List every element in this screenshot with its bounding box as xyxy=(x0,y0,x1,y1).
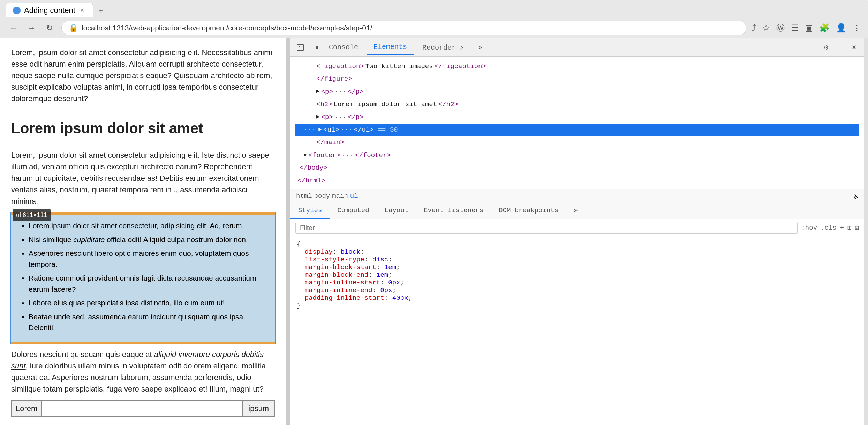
form-button[interactable]: ipsum xyxy=(242,401,274,416)
profile-icon[interactable]: 👤 xyxy=(836,23,846,33)
styles-tab-dom-breakpoints[interactable]: DOM breakpoints xyxy=(491,203,566,219)
more-tabs-icon[interactable]: » xyxy=(474,41,486,54)
list-link-2[interactable]: nesciunt libero xyxy=(66,249,113,257)
dom-html-close: </html> xyxy=(295,174,859,187)
list-item: Beatae unde sed, assumenda earum incidun… xyxy=(29,311,269,333)
page-scrollbar[interactable] xyxy=(286,38,290,425)
styles-panel: Styles Computed Layout Event listeners D… xyxy=(290,203,864,425)
list-link[interactable]: Lorem ipsum dolor sit amet consectetur, … xyxy=(29,222,244,230)
wallets-icon[interactable]: Ⓦ xyxy=(776,22,785,33)
heading: Lorem ipsum dolor sit amet xyxy=(11,117,275,139)
share-icon[interactable]: ⤴ xyxy=(752,23,756,33)
css-prop-margin-block-end[interactable]: margin-block-end: 1em; xyxy=(297,271,858,279)
sidebar-icon[interactable]: ▣ xyxy=(805,23,813,33)
dom-p-1[interactable]: ▶ <p> ··· </p> xyxy=(295,85,859,98)
filter-input[interactable] xyxy=(295,222,798,234)
address-bar: ← → ↻ 🔒 localhost:1313/web-application-d… xyxy=(0,17,868,38)
css-prop-list-style-type[interactable]: list-style-type: disc; xyxy=(297,256,858,263)
dom-footer[interactable]: ▶ <footer> ··· </footer> xyxy=(295,149,859,162)
refresh-button[interactable]: ↻ xyxy=(43,22,56,34)
css-prop-margin-inline-start[interactable]: margin-inline-start: 0px; xyxy=(297,279,858,286)
styles-tab-more[interactable]: » xyxy=(566,203,585,219)
dom-expand-dot: ··· xyxy=(304,125,316,135)
dom-ul-selected[interactable]: ··· ▶ <ul> ··· </ul> == $0 xyxy=(295,124,859,136)
reader-icon[interactable]: ☰ xyxy=(791,23,799,33)
list-item: Asperiores nesciunt libero optio maiores… xyxy=(29,248,269,270)
css-rule-brace-open: { xyxy=(297,240,858,248)
more-options-icon[interactable]: ⋮ xyxy=(834,41,846,54)
tab-bar: Adding content × + xyxy=(0,0,868,17)
element-tooltip: ul 611×111 xyxy=(13,209,51,221)
styles-tab-layout[interactable]: Layout xyxy=(377,203,416,219)
css-rules: { display: block; list-style-type: disc;… xyxy=(290,237,864,313)
form-row: Lorem ipsum xyxy=(11,400,275,417)
active-tab[interactable]: Adding content × xyxy=(6,3,93,17)
back-button[interactable]: ← xyxy=(7,22,20,34)
add-style-rule-icon[interactable]: + xyxy=(840,224,844,232)
browser-window: Adding content × + ← → ↻ 🔒 localhost:131… xyxy=(0,0,868,425)
filter-bar: :hov .cls + ⊞ ⊡ xyxy=(290,219,864,237)
tab-favicon xyxy=(13,7,21,14)
dom-breadcrumb: html body main ul ♿ xyxy=(290,189,864,203)
menu-icon[interactable]: ⋮ xyxy=(853,23,861,33)
filter-pseudoclass[interactable]: :hov xyxy=(801,224,817,232)
svg-rect-2 xyxy=(316,46,318,49)
css-rule-brace-close: } xyxy=(297,302,858,310)
styles-tab-styles[interactable]: Styles xyxy=(290,203,330,219)
forward-button[interactable]: → xyxy=(25,22,38,34)
settings-icon[interactable]: ⚙ xyxy=(820,41,832,54)
dom-p-2[interactable]: ▶ <p> ··· </p> xyxy=(295,111,859,124)
css-prop-margin-inline-end[interactable]: margin-inline-end: 0px; xyxy=(297,286,858,294)
dom-h2[interactable]: <h2>Lorem ipsum dolor sit amet</h2> xyxy=(295,98,859,111)
form-label: Lorem xyxy=(12,401,42,416)
list-item: Nisi similique cupiditate officia odit! … xyxy=(29,234,269,245)
breadcrumb-ul[interactable]: ul xyxy=(350,192,358,200)
devtools-close-button[interactable]: ✕ xyxy=(848,41,860,54)
expand-icon-2[interactable]: ▶ xyxy=(316,113,320,122)
breadcrumb-html[interactable]: html xyxy=(296,192,312,200)
divider-1 xyxy=(11,110,275,110)
form-input[interactable] xyxy=(42,402,242,415)
devtools-tabs: Console Elements Recorder ⚡ » ⚙ ⋮ ✕ xyxy=(290,38,864,57)
select-element-icon[interactable] xyxy=(294,41,307,54)
dom-figure-close: </figure> xyxy=(295,73,859,85)
toggle-props-icon[interactable]: ⊞ xyxy=(847,224,851,232)
tooltip-text: ul 611×111 xyxy=(16,211,47,218)
main-area: Lorem, ipsum dolor sit amet consectetur … xyxy=(0,38,868,425)
svg-rect-0 xyxy=(297,44,303,51)
tab-elements[interactable]: Elements xyxy=(367,40,414,55)
extensions-icon[interactable]: 🧩 xyxy=(819,23,830,33)
tab-title: Adding content xyxy=(24,6,75,15)
italic-text: aliquid inventore corporis debitis sunt xyxy=(11,350,264,370)
tab-recorder[interactable]: Recorder ⚡ xyxy=(415,40,471,54)
svg-rect-1 xyxy=(311,45,316,50)
list-item: Lorem ipsum dolor sit amet consectetur, … xyxy=(29,220,269,231)
styles-tab-event-listeners[interactable]: Event listeners xyxy=(416,203,491,219)
toolbar-icons: ⤴ ☆ Ⓦ ☰ ▣ 🧩 👤 ⋮ xyxy=(752,22,861,33)
paragraph-1: Lorem, ipsum dolor sit amet consectetur … xyxy=(11,47,275,104)
filter-cls[interactable]: .cls xyxy=(821,224,837,232)
paragraph-3: Dolores nesciunt quisquam quis eaque at … xyxy=(11,349,275,395)
tab-close-button[interactable]: × xyxy=(79,7,86,14)
css-prop-margin-block-start[interactable]: margin-block-start: 1em; xyxy=(297,263,858,271)
css-prop-display[interactable]: display: block; xyxy=(297,248,858,256)
tab-console[interactable]: Console xyxy=(322,40,365,54)
css-prop-padding-inline-start[interactable]: padding-inline-start: 40px; xyxy=(297,294,858,302)
accessibility-icon[interactable]: ♿ xyxy=(854,192,858,201)
devtools-scrollbar[interactable] xyxy=(864,38,868,425)
bookmark-icon[interactable]: ☆ xyxy=(762,23,770,33)
expand-ul-icon[interactable]: ▶ xyxy=(318,125,322,134)
computed-icon[interactable]: ⊡ xyxy=(855,224,859,232)
divider-2 xyxy=(11,145,275,145)
expand-footer-icon[interactable]: ▶ xyxy=(304,151,307,160)
url-bar[interactable]: 🔒 localhost:1313/web-application-develop… xyxy=(61,21,746,35)
expand-icon[interactable]: ▶ xyxy=(316,87,320,96)
breadcrumb-body[interactable]: body xyxy=(314,192,330,200)
page-content: Lorem, ipsum dolor sit amet consectetur … xyxy=(0,38,286,425)
url-text: localhost:1313/web-application-developme… xyxy=(82,24,372,32)
device-toolbar-icon[interactable] xyxy=(308,41,320,54)
breadcrumb-main[interactable]: main xyxy=(332,192,348,200)
styles-tab-computed[interactable]: Computed xyxy=(330,203,377,219)
list-item: Ratione commodi provident omnis fugit di… xyxy=(29,273,269,294)
new-tab-button[interactable]: + xyxy=(95,4,108,17)
